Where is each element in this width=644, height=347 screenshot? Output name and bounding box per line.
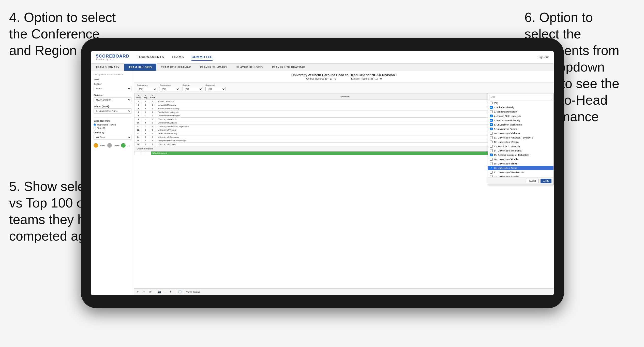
dropdown-item[interactable]: 20. University of Texas xyxy=(488,166,553,170)
tablet-device: 5COREBOARD Powered by ○○○○ TOURNAMENTS T… xyxy=(81,38,564,308)
opponent-filter: Opponent (All) xyxy=(205,84,226,91)
dropdown-item[interactable]: 8. University of Washington xyxy=(488,122,553,127)
dropdown-item[interactable]: 10. University of Alabama xyxy=(488,131,553,135)
dropdown-item[interactable]: 2. Auburn University xyxy=(488,105,553,109)
radio-top100[interactable]: Top 100 xyxy=(94,127,131,129)
colour-select[interactable]: Win/loss xyxy=(94,135,131,140)
region-select[interactable]: (All) xyxy=(183,87,203,91)
last-updated: Last Updated: 4/7/2024 16:55:38 xyxy=(94,74,131,76)
school-label: School (Rank) xyxy=(94,105,131,108)
nav-bar: 5COREBOARD Powered by ○○○○ TOURNAMENTS T… xyxy=(91,51,554,64)
subnav-player-h2h-grid[interactable]: PLAYER H2H GRID xyxy=(232,64,267,71)
th-conf: #Conf xyxy=(149,93,156,100)
th-rank: #Rank xyxy=(134,93,142,100)
conference-filter: Conference (All) xyxy=(160,84,180,91)
subnav-team-h2h-heatmap[interactable]: TEAM H2H HEATMAP xyxy=(156,64,196,71)
team-label: Team xyxy=(94,78,131,81)
redo-icon[interactable]: ↪ xyxy=(143,290,147,294)
left-panel: Last Updated: 4/7/2024 16:55:38 Team Gen… xyxy=(91,71,134,295)
bottom-toolbar: ↩ ↪ ⟳ 📷 — + 🕐 View: Original xyxy=(134,288,554,295)
dropdown-item[interactable]: 21. University of New Mexico xyxy=(488,170,553,174)
region-filter: Region (All) xyxy=(183,84,203,91)
school-select[interactable]: 1. University of Nort... xyxy=(94,108,131,114)
dropdown-item[interactable]: 11. University of Arkansas, Fayetteville xyxy=(488,135,553,140)
toolbar-sep2 xyxy=(176,290,176,294)
camera-icon[interactable]: 📷 xyxy=(157,290,161,294)
plus-icon[interactable]: + xyxy=(170,290,174,294)
nav-teams[interactable]: TEAMS xyxy=(172,54,184,61)
toolbar-sep3 xyxy=(184,290,184,294)
page-header: University of North Carolina Head-to-Hea… xyxy=(134,71,554,82)
dropdown-item[interactable]: 3. Vanderbilt University xyxy=(488,109,553,114)
gender-select[interactable]: Men's xyxy=(94,86,131,91)
legend-level-dot xyxy=(107,143,112,148)
refresh-icon[interactable]: ⟳ xyxy=(149,290,153,294)
right-content: University of North Carolina Head-to-Hea… xyxy=(134,71,554,295)
dropdown-item[interactable]: 6. Florida State University xyxy=(488,118,553,122)
main-content: Last Updated: 4/7/2024 16:55:38 Team Gen… xyxy=(91,71,554,295)
th-opponent: Opponent xyxy=(156,93,533,100)
view-label: View: Original xyxy=(186,291,200,293)
opponents-select[interactable]: (All) xyxy=(137,87,157,91)
dropdown-item[interactable]: 9. University of Arizona xyxy=(488,127,553,131)
nav-sign-out[interactable]: Sign out xyxy=(537,55,549,59)
nav-items: TOURNAMENTS TEAMS COMMITTEE xyxy=(137,54,537,61)
division-label: Division xyxy=(94,94,131,96)
apply-button[interactable]: Apply xyxy=(541,179,551,183)
logo: 5COREBOARD Powered by ○○○○ xyxy=(96,54,129,61)
dropdown-item[interactable]: 22. University of Georgia xyxy=(488,174,553,177)
opponent-dropdown[interactable]: (All)2. Auburn University3. Vanderbilt U… xyxy=(488,93,554,185)
dropdown-list: (All)2. Auburn University3. Vanderbilt U… xyxy=(488,101,553,177)
cancel-button[interactable]: Cancel xyxy=(526,179,538,183)
subnav-team-summary[interactable]: TEAM SUMMARY xyxy=(91,64,124,71)
page-title: University of North Carolina Head-to-Hea… xyxy=(136,73,552,77)
dropdown-item[interactable]: 16. University of Florida xyxy=(488,157,553,161)
legend: Down Level Up xyxy=(94,143,131,148)
opponents-filter: Opponents: (All) xyxy=(137,84,157,91)
tablet-screen: 5COREBOARD Powered by ○○○○ TOURNAMENTS T… xyxy=(91,51,554,295)
th-rag: #Rag xyxy=(142,93,149,100)
dropdown-footer: Cancel Apply xyxy=(488,177,553,185)
undo-icon[interactable]: ↩ xyxy=(137,290,141,294)
overall-record: Overall Record: 89 · 17 · 0 xyxy=(306,77,336,80)
radio-opponents-played[interactable]: Opponents Played xyxy=(94,123,131,126)
nav-tournaments[interactable]: TOURNAMENTS xyxy=(137,54,164,61)
clock-icon[interactable]: 🕐 xyxy=(178,290,182,294)
division-record: Division Record: 88 · 17 · 0 xyxy=(351,77,382,80)
dropdown-item[interactable]: 15. Georgia Institute of Technology xyxy=(488,153,553,157)
colour-label: Colour by xyxy=(94,131,131,134)
gender-label: Gender xyxy=(94,83,131,85)
dropdown-item[interactable]: 14. University of Oklahoma xyxy=(488,148,553,153)
subnav-player-h2h-heatmap[interactable]: PLAYER H2H HEATMAP xyxy=(267,64,310,71)
conference-select[interactable]: (All) xyxy=(160,87,180,91)
dropdown-item[interactable]: 4. Arizona State University xyxy=(488,114,553,118)
dropdown-search-input[interactable] xyxy=(489,95,552,99)
subnav-team-h2h-grid[interactable]: TEAM H2H GRID xyxy=(124,64,156,71)
legend-up-dot xyxy=(121,143,126,148)
legend-down-dot xyxy=(94,143,98,148)
toolbar-sep1 xyxy=(155,290,155,294)
grid-table-container: #Rank #Rag #Conf Opponent Win Loss 2 1 1… xyxy=(134,93,554,288)
division-select[interactable]: NCAA Division I xyxy=(94,97,131,102)
nav-committee[interactable]: COMMITTEE xyxy=(191,54,213,61)
filters-row: Opponents: (All) Conference (All) Region xyxy=(134,82,554,93)
sub-nav: TEAM SUMMARY TEAM H2H GRID TEAM H2H HEAT… xyxy=(91,64,554,71)
dropdown-item[interactable]: 13. Texas Tech University xyxy=(488,144,553,148)
subnav-player-summary[interactable]: PLAYER SUMMARY xyxy=(196,64,232,71)
dropdown-item[interactable]: 18. University of Illinois xyxy=(488,161,553,166)
dash-icon[interactable]: — xyxy=(163,290,168,294)
page-records: Overall Record: 89 · 17 · 0 Division Rec… xyxy=(136,77,552,80)
dropdown-search xyxy=(488,93,553,101)
opponent-select[interactable]: (All) xyxy=(205,87,226,91)
dropdown-item[interactable]: (All) xyxy=(488,101,553,105)
opponent-view-label: Opponent View xyxy=(94,117,131,122)
dropdown-item[interactable]: 12. University of Virginia xyxy=(488,140,553,144)
